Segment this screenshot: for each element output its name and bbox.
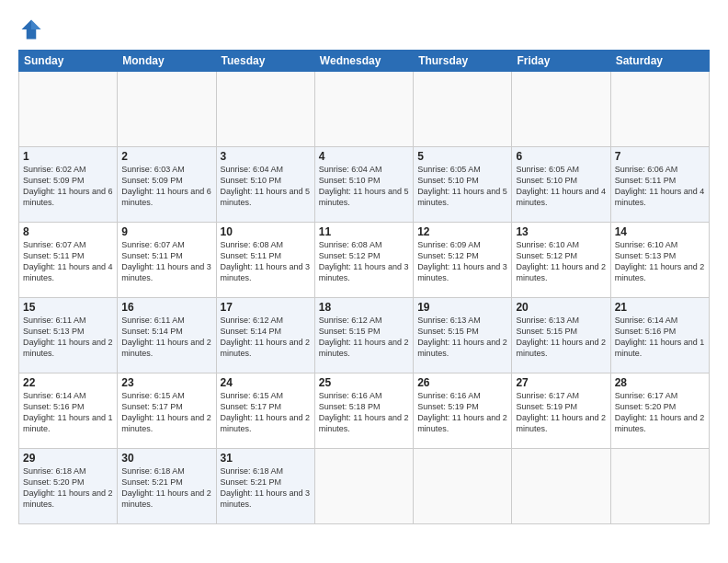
calendar-cell: 17Sunrise: 6:12 AMSunset: 5:14 PMDayligh… [216,298,314,373]
sunrise-text: Sunrise: 6:09 AM [417,239,507,250]
calendar-cell: 26Sunrise: 6:16 AMSunset: 5:19 PMDayligh… [414,373,512,449]
sunset-text: Sunset: 5:13 PM [615,250,705,261]
calendar-cell: 29Sunrise: 6:18 AMSunset: 5:20 PMDayligh… [19,449,118,524]
daylight-text: Daylight: 11 hours and 2 minutes. [417,412,507,434]
sunrise-text: Sunrise: 6:15 AM [121,390,211,401]
calendar-cell: 2Sunrise: 6:03 AMSunset: 5:09 PMDaylight… [118,147,216,223]
day-info: Sunrise: 6:06 AMSunset: 5:11 PMDaylight:… [615,164,705,209]
calendar-cell: 18Sunrise: 6:12 AMSunset: 5:15 PMDayligh… [314,298,413,373]
day-number: 20 [516,301,606,314]
sunrise-text: Sunrise: 6:13 AM [417,315,507,326]
calendar-cell [512,449,610,524]
sunrise-text: Sunrise: 6:15 AM [221,390,311,401]
sunrise-text: Sunrise: 6:10 AM [615,239,705,250]
sunrise-text: Sunrise: 6:18 AM [221,465,311,477]
day-info: Sunrise: 6:08 AMSunset: 5:12 PMDaylight:… [319,239,409,284]
calendar-week-4: 15Sunrise: 6:11 AMSunset: 5:13 PMDayligh… [19,298,710,373]
day-number: 31 [221,452,311,465]
day-number: 3 [221,150,311,163]
calendar-cell [314,449,413,524]
calendar-cell: 5Sunrise: 6:05 AMSunset: 5:10 PMDaylight… [414,147,512,223]
sunset-text: Sunset: 5:11 PM [221,250,311,261]
page-header [18,17,710,42]
sunset-text: Sunset: 5:17 PM [221,401,311,412]
daylight-text: Daylight: 11 hours and 1 minute. [615,337,705,359]
sunrise-text: Sunrise: 6:02 AM [23,164,113,175]
sunrise-text: Sunrise: 6:18 AM [121,465,211,477]
daylight-text: Daylight: 11 hours and 2 minutes. [615,261,705,283]
calendar-cell: 20Sunrise: 6:13 AMSunset: 5:15 PMDayligh… [512,298,610,373]
day-info: Sunrise: 6:15 AMSunset: 5:17 PMDaylight:… [121,390,211,435]
day-info: Sunrise: 6:14 AMSunset: 5:16 PMDaylight:… [615,315,705,360]
sunset-text: Sunset: 5:16 PM [23,401,113,412]
daylight-text: Daylight: 11 hours and 3 minutes. [121,261,211,283]
sunrise-text: Sunrise: 6:05 AM [516,164,606,175]
daylight-text: Daylight: 11 hours and 2 minutes. [417,337,507,359]
daylight-text: Daylight: 11 hours and 2 minutes. [121,337,211,359]
calendar-cell: 25Sunrise: 6:16 AMSunset: 5:18 PMDayligh… [314,373,413,449]
day-number: 1 [23,150,113,163]
daylight-text: Daylight: 11 hours and 2 minutes. [121,412,211,434]
day-info: Sunrise: 6:07 AMSunset: 5:11 PMDaylight:… [121,239,211,284]
day-info: Sunrise: 6:18 AMSunset: 5:20 PMDaylight:… [23,465,113,511]
daylight-text: Daylight: 11 hours and 6 minutes. [23,186,113,208]
sunrise-text: Sunrise: 6:05 AM [417,164,507,175]
day-info: Sunrise: 6:16 AMSunset: 5:19 PMDaylight:… [417,390,507,435]
sunset-text: Sunset: 5:11 PM [121,250,211,261]
sunrise-text: Sunrise: 6:18 AM [23,465,113,477]
calendar-cell: 16Sunrise: 6:11 AMSunset: 5:14 PMDayligh… [118,298,216,373]
daylight-text: Daylight: 11 hours and 5 minutes. [221,186,311,208]
sunset-text: Sunset: 5:14 PM [221,326,311,337]
sunrise-text: Sunrise: 6:10 AM [516,239,606,250]
day-info: Sunrise: 6:09 AMSunset: 5:12 PMDaylight:… [417,239,507,284]
day-info: Sunrise: 6:05 AMSunset: 5:10 PMDaylight:… [417,164,507,209]
calendar-week-1 [19,72,710,147]
day-number: 28 [615,376,705,389]
calendar-page: SundayMondayTuesdayWednesdayThursdayFrid… [0,0,728,563]
day-number: 26 [417,376,507,389]
day-number: 11 [319,225,409,238]
calendar-cell: 24Sunrise: 6:15 AMSunset: 5:17 PMDayligh… [216,373,314,449]
daylight-text: Daylight: 11 hours and 2 minutes. [615,412,705,434]
daylight-text: Daylight: 11 hours and 4 minutes. [516,186,606,208]
day-number: 10 [221,225,311,238]
sunset-text: Sunset: 5:12 PM [319,250,409,261]
sunset-text: Sunset: 5:11 PM [615,175,705,186]
day-number: 19 [417,301,507,314]
daylight-text: Daylight: 11 hours and 2 minutes. [221,412,311,434]
sunset-text: Sunset: 5:15 PM [319,326,409,337]
sunset-text: Sunset: 5:10 PM [221,175,311,186]
day-header-friday: Friday [512,51,610,72]
day-info: Sunrise: 6:12 AMSunset: 5:14 PMDaylight:… [221,315,311,360]
day-header-wednesday: Wednesday [314,51,413,72]
sunset-text: Sunset: 5:18 PM [319,401,409,412]
day-info: Sunrise: 6:08 AMSunset: 5:11 PMDaylight:… [221,239,311,284]
calendar-table: SundayMondayTuesdayWednesdayThursdayFrid… [18,50,710,524]
daylight-text: Daylight: 11 hours and 2 minutes. [319,337,409,359]
daylight-text: Daylight: 11 hours and 2 minutes. [221,337,311,359]
day-number: 22 [23,376,113,389]
sunrise-text: Sunrise: 6:11 AM [23,315,113,326]
sunset-text: Sunset: 5:20 PM [23,477,113,488]
day-info: Sunrise: 6:11 AMSunset: 5:14 PMDaylight:… [121,315,211,360]
day-number: 23 [121,376,211,389]
sunrise-text: Sunrise: 6:13 AM [516,315,606,326]
calendar-header-row: SundayMondayTuesdayWednesdayThursdayFrid… [19,51,710,72]
sunrise-text: Sunrise: 6:07 AM [23,239,113,250]
day-number: 5 [417,150,507,163]
daylight-text: Daylight: 11 hours and 5 minutes. [319,186,409,208]
sunset-text: Sunset: 5:16 PM [615,326,705,337]
calendar-cell [414,72,512,147]
day-info: Sunrise: 6:04 AMSunset: 5:10 PMDaylight:… [319,164,409,209]
calendar-week-6: 29Sunrise: 6:18 AMSunset: 5:20 PMDayligh… [19,449,710,524]
sunrise-text: Sunrise: 6:07 AM [121,239,211,250]
day-info: Sunrise: 6:18 AMSunset: 5:21 PMDaylight:… [121,465,211,511]
sunset-text: Sunset: 5:19 PM [417,401,507,412]
calendar-cell: 15Sunrise: 6:11 AMSunset: 5:13 PMDayligh… [19,298,118,373]
day-number: 25 [319,376,409,389]
day-number: 29 [23,452,113,465]
calendar-week-5: 22Sunrise: 6:14 AMSunset: 5:16 PMDayligh… [19,373,710,449]
day-info: Sunrise: 6:04 AMSunset: 5:10 PMDaylight:… [221,164,311,209]
svg-marker-1 [31,20,41,30]
calendar-cell: 3Sunrise: 6:04 AMSunset: 5:10 PMDaylight… [216,147,314,223]
